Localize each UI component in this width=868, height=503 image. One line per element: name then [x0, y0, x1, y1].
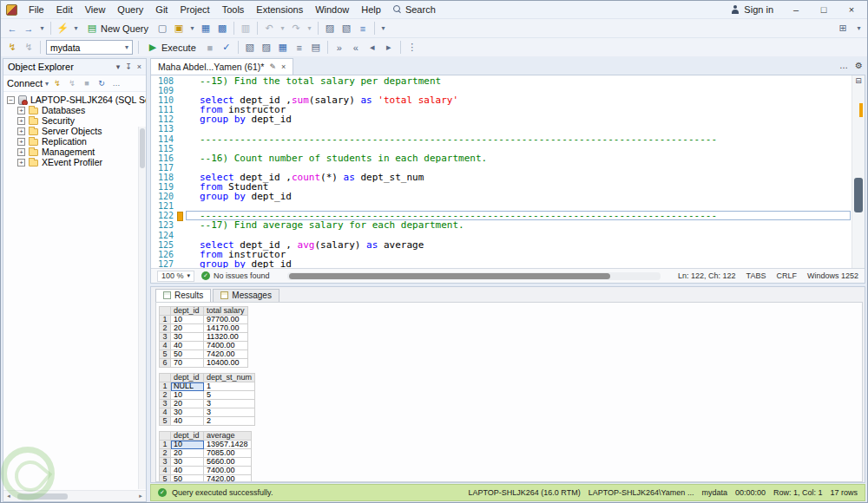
expand-icon[interactable]: +	[17, 107, 25, 114]
cancel-query-icon[interactable]: ■	[202, 40, 218, 56]
chevron-down-icon[interactable]: ▾	[37, 21, 47, 36]
code-line-120[interactable]: 120group by dept_id	[151, 192, 865, 201]
grid-cell[interactable]: 7085.00	[204, 449, 252, 458]
grid-column-header[interactable]: dept_id	[171, 432, 204, 441]
grid-cell[interactable]: 10	[171, 391, 204, 400]
open-file-icon[interactable]: ▣	[171, 21, 187, 36]
menu-item-search[interactable]: Search	[387, 3, 442, 16]
scrollbar-thumb[interactable]	[17, 493, 68, 500]
menu-item-git[interactable]: Git	[149, 3, 174, 16]
tree-node-databases[interactable]: +Databases	[3, 105, 146, 115]
tree-node-server[interactable]: − LAPTOP-SHLJK264 (SQL Server 16.0.1000.…	[3, 95, 146, 105]
expand-icon[interactable]: +	[17, 159, 25, 167]
eol-indicator[interactable]: CRLF	[776, 271, 797, 280]
grid-row-header[interactable]: 4	[160, 342, 171, 350]
paste-icon[interactable]: ▧	[339, 21, 354, 36]
save-all-icon[interactable]: ▩	[214, 21, 230, 36]
new-query-button[interactable]: ▤ New Query	[82, 21, 154, 36]
navigate-forward-icon[interactable]: →	[21, 21, 36, 36]
chevron-down-icon[interactable]: ▾	[854, 21, 864, 36]
grid-cell[interactable]: 70	[171, 359, 204, 368]
code-line-116[interactable]: 116--16) Count number of students in eac…	[151, 154, 865, 163]
editor-horizontal-scrollbar[interactable]	[287, 272, 661, 280]
scrollbar-thumb[interactable]	[854, 178, 863, 212]
expand-icon[interactable]: +	[17, 117, 25, 125]
grid-cell[interactable]: 97700.00	[204, 316, 248, 324]
tree-node-security[interactable]: +Security	[3, 115, 146, 126]
grid-cell[interactable]: 40	[171, 417, 204, 426]
grid-row-header[interactable]: 2	[160, 391, 171, 400]
editor-tab[interactable]: Maha Abdel...Yamen (61)* ✎ ×	[150, 58, 293, 75]
indent-icon[interactable]: ▸	[381, 40, 397, 56]
outdent-icon[interactable]: ◂	[365, 40, 380, 56]
grid-row-header[interactable]: 3	[160, 400, 171, 408]
chevron-down-icon[interactable]: ▾	[116, 62, 121, 71]
menu-item-edit[interactable]: Edit	[50, 3, 79, 16]
menu-item-query[interactable]: Query	[111, 3, 149, 16]
navigate-back-icon[interactable]: ←	[4, 21, 20, 36]
minimize-button[interactable]: –	[784, 3, 808, 16]
collapse-icon[interactable]: −	[7, 96, 15, 104]
maximize-button[interactable]: □	[812, 3, 836, 16]
print-icon[interactable]: ▥	[238, 21, 253, 36]
sign-in-button[interactable]: Sign in	[724, 3, 780, 16]
chevron-down-icon[interactable]: ▾	[71, 21, 81, 36]
scroll-left-icon[interactable]: ◂	[3, 493, 14, 500]
grid-row-header[interactable]: 4	[160, 467, 171, 475]
tabs-indicator[interactable]: TABS	[746, 271, 766, 280]
results-to-grid-icon[interactable]: ▦	[275, 40, 291, 56]
close-window-button[interactable]: ×	[839, 3, 864, 16]
undo-icon[interactable]: ↶	[261, 21, 277, 36]
uncomment-icon[interactable]: «	[348, 40, 364, 56]
grid-cell[interactable]: 14170.00	[204, 324, 248, 333]
object-explorer-header[interactable]: Object Explorer ▾ ↧ ×	[3, 59, 146, 75]
menu-item-help[interactable]: Help	[355, 3, 387, 16]
grid-cell[interactable]: 10400.00	[204, 359, 248, 368]
code-line-127[interactable]: 127group by dept_id	[151, 259, 865, 268]
more-icon[interactable]: …	[110, 77, 122, 89]
menu-item-file[interactable]: File	[23, 3, 50, 16]
grid-column-header[interactable]: average	[204, 432, 252, 441]
grid-column-header[interactable]: total salary	[204, 307, 248, 316]
change-connection-icon[interactable]: ↯	[21, 40, 36, 56]
grid-column-header[interactable]: dept_id	[171, 307, 204, 316]
close-tab-icon[interactable]: ×	[281, 62, 286, 71]
code-line-112[interactable]: 112group by dept_id	[151, 114, 865, 124]
chevron-down-icon[interactable]: ▾	[305, 21, 314, 36]
tree-node-replication[interactable]: +Replication	[3, 136, 146, 147]
more-tabs-icon[interactable]: …	[839, 61, 848, 70]
grid-corner[interactable]	[160, 307, 171, 316]
grid-row-header[interactable]: 1	[160, 316, 171, 324]
menu-item-extensions[interactable]: Extensions	[250, 3, 309, 16]
code-line-114[interactable]: 114-------------------------------------…	[151, 134, 865, 144]
grid-cell[interactable]: 40	[171, 467, 204, 475]
grid-corner[interactable]	[160, 432, 171, 441]
result-grid-3[interactable]: dept_idaverage11013957.14282207085.00330…	[159, 431, 252, 482]
results-to-text-icon[interactable]: ≡	[292, 40, 307, 56]
comment-icon[interactable]: »	[332, 40, 347, 56]
zoom-dropdown[interactable]: 100 % ▾	[157, 271, 194, 282]
editor-vertical-scrollbar[interactable]: ⊟	[852, 75, 865, 268]
tree-node-server-objects[interactable]: +Server Objects	[3, 126, 146, 136]
grid-cell[interactable]: 30	[171, 408, 204, 417]
save-icon[interactable]: ▦	[198, 21, 214, 36]
grid-cell[interactable]: 3	[204, 408, 255, 417]
code-line-123[interactable]: 123--17) Find average salary for each de…	[151, 220, 865, 230]
grid-row-header[interactable]: 1	[160, 382, 171, 391]
issues-indicator[interactable]: ✓ No issues found	[201, 271, 270, 280]
execute-button[interactable]: ▶ Execute	[142, 40, 201, 56]
expand-icon[interactable]: +	[17, 127, 25, 135]
grid-row-header[interactable]: 3	[160, 333, 171, 342]
tab-results[interactable]: Results	[155, 289, 211, 302]
new-file-icon[interactable]: ▢	[155, 21, 170, 36]
grid-column-header[interactable]: dept_st_num	[204, 374, 255, 382]
find-icon[interactable]: ≡	[355, 21, 371, 36]
result-grid-2[interactable]: dept_iddept_st_num1NULL12105320343035402	[159, 373, 255, 426]
window-layout-icon[interactable]: ⊞	[835, 21, 851, 36]
grid-cell[interactable]: 40	[171, 342, 204, 350]
grid-row-header[interactable]: 3	[160, 458, 171, 467]
grid-row-header[interactable]: 2	[160, 324, 171, 333]
tab-messages[interactable]: Messages	[213, 289, 279, 302]
grid-row-header[interactable]: 5	[160, 350, 171, 359]
grid-cell[interactable]: 10	[171, 316, 204, 324]
